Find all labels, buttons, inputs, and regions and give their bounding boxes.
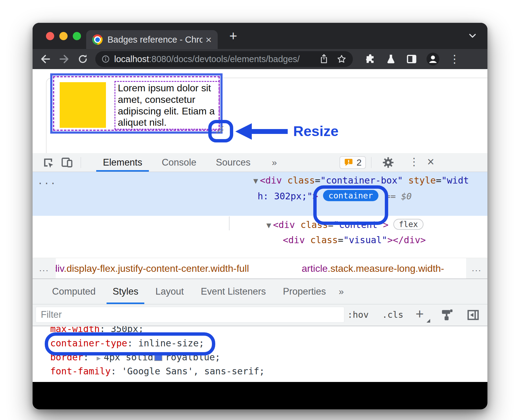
devtools-tab-strip: Elements Console Sources » <box>93 153 286 172</box>
tab-layout[interactable]: Layout <box>147 279 192 304</box>
browser-window: Badges reference - Chrome De × + <box>33 23 487 409</box>
forward-button[interactable] <box>58 53 70 65</box>
macos-minimize-button[interactable] <box>59 32 68 40</box>
more-sidebar-tabs-icon[interactable]: » <box>335 279 348 304</box>
equals: = <box>315 175 320 186</box>
container-box-node-line1[interactable]: ▼<div class="container-box" style="widt <box>253 175 469 186</box>
attr-value: h: 302px;" <box>258 191 313 201</box>
tab-properties[interactable]: Properties <box>274 279 334 304</box>
tab-event-listeners[interactable]: Event Listeners <box>192 279 275 304</box>
devtools-close-icon[interactable]: × <box>427 155 434 169</box>
beaker-flask-icon[interactable] <box>385 53 397 65</box>
more-tabs-icon[interactable]: » <box>262 153 287 172</box>
extensions-puzzle-icon[interactable] <box>364 53 376 65</box>
closing-tag: </div> <box>393 235 426 245</box>
resize-annotation-arrow-shaft <box>251 129 288 134</box>
flex-badge[interactable]: flex <box>393 219 423 230</box>
device-toolbar-icon[interactable] <box>61 156 73 169</box>
share-icon[interactable] <box>319 54 329 64</box>
paint-roller-icon[interactable] <box>440 308 454 322</box>
breadcrumb-overflow-right[interactable]: ... <box>466 258 487 278</box>
resize-annotation-label: Resize <box>293 123 339 139</box>
browser-tab[interactable]: Badges reference - Chrome De × <box>86 30 218 49</box>
profile-avatar[interactable] <box>426 52 440 66</box>
issues-bubble-icon <box>344 158 353 167</box>
attr-value: "widt <box>441 175 469 186</box>
devtools-menu-icon[interactable]: ⋮ <box>409 156 419 168</box>
attr-name: class <box>282 175 315 186</box>
address-bar[interactable]: localhost :8080/docs/devtools/elements/b… <box>95 51 353 67</box>
macos-zoom-button[interactable] <box>73 32 81 40</box>
side-panel-icon[interactable] <box>406 53 417 65</box>
styles-sidebar-tabs: Computed Styles Layout Event Listeners P… <box>33 279 487 304</box>
tab-console[interactable]: Console <box>152 153 206 172</box>
breadcrumb-item-div[interactable]: div.display-flex.justify-content-center.… <box>52 263 249 274</box>
tab-search-chevron-icon[interactable] <box>468 33 477 39</box>
elements-tree: ... ▼<div class="container-box" style="w… <box>33 172 487 258</box>
new-style-rule-dropdown-corner <box>427 319 430 323</box>
visual-node-row[interactable]: <div class="visual"></div> <box>283 235 426 245</box>
attr-name: class <box>305 235 338 245</box>
tag-open: <div <box>283 235 305 245</box>
reload-button[interactable] <box>77 53 89 65</box>
browser-menu-icon[interactable]: ⋮ <box>449 53 460 65</box>
tab-elements[interactable]: Elements <box>93 153 152 172</box>
breadcrumb: div.display-flex.justify-content-center.… <box>33 258 487 279</box>
container-type-annotation-ring <box>45 332 215 355</box>
chrome-favicon-icon <box>92 34 103 45</box>
breadcrumb-item-article[interactable]: article.stack.measure-long.width- <box>302 263 444 274</box>
visual-yellow-square <box>60 82 106 128</box>
crumb-classes: .display-flex.justify-content-center.wid… <box>64 263 249 274</box>
tab-close-icon[interactable]: × <box>206 34 212 45</box>
css-rule-font-family[interactable]: font-family: 'Google Sans', sans-serif; <box>50 366 265 376</box>
tab-styles[interactable]: Styles <box>104 279 147 304</box>
dollar-zero-hint: == $0 <box>385 191 412 201</box>
issues-counter[interactable]: 2 <box>339 156 366 169</box>
tab-title: Badges reference - Chrome De <box>107 35 202 45</box>
styles-filter-input[interactable] <box>36 307 344 323</box>
resize-annotation-arrow <box>235 123 252 140</box>
crumb-tag: article <box>302 263 328 274</box>
toggle-class-button[interactable]: .cls <box>382 310 403 320</box>
toggle-hover-state-button[interactable]: :hov <box>347 310 369 320</box>
bookmark-star-icon[interactable] <box>336 54 347 64</box>
settings-gear-icon[interactable] <box>381 156 395 169</box>
tab-computed[interactable]: Computed <box>44 279 104 304</box>
tag-open: <div <box>260 175 282 186</box>
back-button[interactable] <box>39 53 51 65</box>
attr-name: style <box>403 175 436 186</box>
tag-close-bracket: > <box>387 235 393 245</box>
breadcrumb-overflow-left[interactable]: ... <box>33 258 56 278</box>
tag-open: <div <box>273 219 295 230</box>
issues-count: 2 <box>357 157 362 168</box>
equals: = <box>338 235 343 245</box>
tab-sources[interactable]: Sources <box>206 153 260 172</box>
styles-pane: max-width: 350px; container-type: inline… <box>33 326 487 382</box>
css-value: 'Google Sans', sans-serif; <box>122 366 265 376</box>
screenshot-canvas: Badges reference - Chrome De × + <box>0 0 520 420</box>
expand-arrow-icon[interactable]: ▼ <box>253 176 258 185</box>
toolbar-divider <box>81 157 81 168</box>
toolbar-divider <box>371 157 371 168</box>
expand-arrow-icon[interactable]: ▼ <box>266 221 271 230</box>
webpage-viewport: Lorem ipsum dolor sit amet, consectetur … <box>33 69 487 153</box>
attr-value: "container-box" <box>320 175 403 186</box>
macos-close-button[interactable] <box>46 32 54 40</box>
url-path: :8080/docs/devtools/elements/badges/ <box>149 54 319 64</box>
resize-annotation-ring <box>208 120 233 142</box>
css-colon: : <box>111 366 122 376</box>
title-bar: Badges reference - Chrome De × + <box>33 23 487 49</box>
container-demo-box: Lorem ipsum dolor sit amet, consectetur … <box>50 73 223 134</box>
new-style-rule-button[interactable]: + <box>416 306 424 322</box>
devtools-toolbar: Elements Console Sources » 2 ⋮ × <box>33 153 487 172</box>
url-host: localhost <box>114 54 149 64</box>
css-property: font-family <box>50 366 111 376</box>
site-info-icon[interactable] <box>101 55 110 63</box>
inspect-element-icon[interactable] <box>42 156 54 169</box>
browser-toolbar: localhost :8080/docs/devtools/elements/b… <box>33 49 487 69</box>
new-tab-button[interactable]: + <box>226 28 241 44</box>
lorem-text-block: Lorem ipsum dolor sit amet, consectetur … <box>114 81 220 130</box>
container-badge-annotation-ring <box>313 185 388 225</box>
hidden-ancestors-ellipsis[interactable]: ... <box>37 176 57 186</box>
toggle-sidebar-panel-icon[interactable] <box>466 308 480 322</box>
